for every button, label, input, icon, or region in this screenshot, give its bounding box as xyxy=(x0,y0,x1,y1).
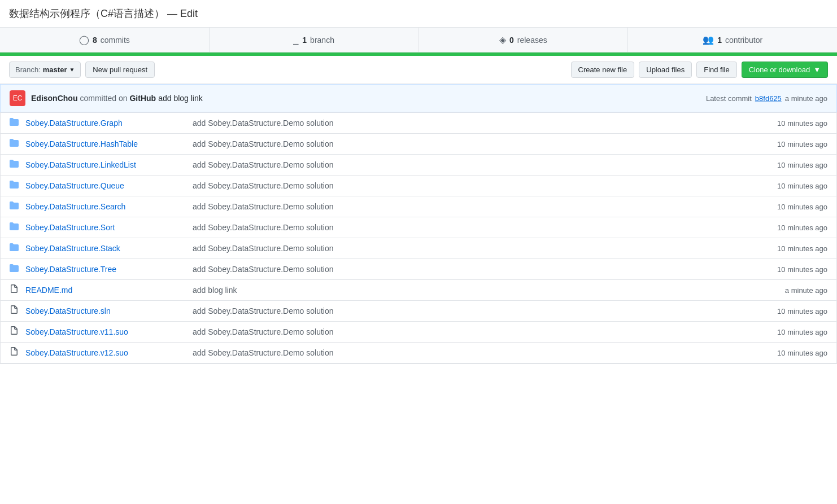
file-time: 10 minutes ago xyxy=(777,161,827,169)
file-name-link[interactable]: Sobey.DataStructure.Stack xyxy=(25,244,120,253)
table-row: Sobey.DataStructure.slnadd Sobey.DataStr… xyxy=(1,301,836,322)
table-row: Sobey.DataStructure.Treeadd Sobey.DataSt… xyxy=(1,259,836,280)
file-name-link[interactable]: Sobey.DataStructure.Graph xyxy=(25,119,123,128)
table-row: Sobey.DataStructure.v12.suoadd Sobey.Dat… xyxy=(1,343,836,363)
commit-info: EdisonChou committed on GitHub add blog … xyxy=(31,94,700,103)
folder-icon xyxy=(10,138,21,150)
releases-stat[interactable]: ◈ 0 releases xyxy=(419,28,629,52)
file-commit-message: add Sobey.DataStructure.Demo solution xyxy=(184,223,777,232)
file-name-link[interactable]: Sobey.DataStructure.sln xyxy=(25,306,111,315)
commit-meta: Latest commit b8fd625 a minute ago xyxy=(706,94,827,103)
file-time: 10 minutes ago xyxy=(777,328,827,336)
file-time: 10 minutes ago xyxy=(777,182,827,190)
file-name: Sobey.DataStructure.HashTable xyxy=(25,139,184,148)
releases-icon: ◈ xyxy=(499,34,506,45)
file-name-link[interactable]: README.md xyxy=(25,286,72,295)
commits-label: commits xyxy=(101,36,130,45)
avatar: EC xyxy=(10,90,25,106)
file-commit-message: add blog link xyxy=(184,286,785,295)
releases-count: 0 xyxy=(509,36,514,45)
contributors-stat[interactable]: 👥 1 contributor xyxy=(628,28,837,52)
clone-button-label: Clone or download xyxy=(749,65,810,74)
folder-icon xyxy=(10,264,21,275)
folder-icon xyxy=(10,117,21,129)
clone-or-download-button[interactable]: Clone or download ▼ xyxy=(742,62,828,78)
file-name: Sobey.DataStructure.Tree xyxy=(25,265,184,274)
folder-icon xyxy=(10,222,21,233)
commit-platform: GitHub xyxy=(129,94,156,103)
table-row: Sobey.DataStructure.Queueadd Sobey.DataS… xyxy=(1,176,836,196)
table-row: Sobey.DataStructure.Stackadd Sobey.DataS… xyxy=(1,238,836,259)
table-row: Sobey.DataStructure.v11.suoadd Sobey.Dat… xyxy=(1,322,836,343)
commit-header: EC EdisonChou committed on GitHub add bl… xyxy=(0,84,837,112)
file-name-link[interactable]: Sobey.DataStructure.Search xyxy=(25,202,125,211)
file-commit-message: add Sobey.DataStructure.Demo solution xyxy=(184,306,777,315)
create-new-file-button[interactable]: Create new file xyxy=(571,62,635,78)
file-name: Sobey.DataStructure.Stack xyxy=(25,244,184,253)
upload-files-button[interactable]: Upload files xyxy=(639,62,692,78)
table-row: Sobey.DataStructure.HashTableadd Sobey.D… xyxy=(1,134,836,155)
table-row: Sobey.DataStructure.LinkedListadd Sobey.… xyxy=(1,155,836,176)
file-name-link[interactable]: Sobey.DataStructure.Queue xyxy=(25,181,124,190)
file-name: Sobey.DataStructure.Search xyxy=(25,202,184,211)
find-file-button[interactable]: Find file xyxy=(696,62,737,78)
file-commit-message: add Sobey.DataStructure.Demo solution xyxy=(184,202,777,211)
file-time: a minute ago xyxy=(785,286,827,295)
commit-hash[interactable]: b8fd625 xyxy=(755,94,782,103)
releases-label: releases xyxy=(517,36,547,45)
branch-selector[interactable]: Branch: master ▼ xyxy=(9,62,81,78)
file-time: 10 minutes ago xyxy=(777,203,827,211)
file-name-link[interactable]: Sobey.DataStructure.Tree xyxy=(25,265,116,274)
table-row: Sobey.DataStructure.Sortadd Sobey.DataSt… xyxy=(1,217,836,238)
file-time: 10 minutes ago xyxy=(777,244,827,253)
table-row: Sobey.DataStructure.Searchadd Sobey.Data… xyxy=(1,196,836,217)
branches-icon: ⎯ xyxy=(293,35,299,45)
commits-icon: ◯ xyxy=(79,34,89,45)
file-commit-message: add Sobey.DataStructure.Demo solution xyxy=(184,181,777,190)
contributors-label: contributor xyxy=(725,36,762,45)
commits-stat[interactable]: ◯ 8 commits xyxy=(0,28,210,52)
folder-icon xyxy=(10,243,21,254)
branch-label: Branch: xyxy=(15,65,41,74)
file-commit-message: add Sobey.DataStructure.Demo solution xyxy=(184,160,777,169)
toolbar-right: Create new file Upload files Find file C… xyxy=(571,62,828,78)
file-name-link[interactable]: Sobey.DataStructure.v12.suo xyxy=(25,348,128,357)
file-name-link[interactable]: Sobey.DataStructure.Sort xyxy=(25,223,115,232)
folder-icon xyxy=(10,201,21,212)
file-commit-message: add Sobey.DataStructure.Demo solution xyxy=(184,119,777,128)
new-pull-request-button[interactable]: New pull request xyxy=(85,62,155,78)
file-commit-message: add Sobey.DataStructure.Demo solution xyxy=(184,139,777,148)
file-name-link[interactable]: Sobey.DataStructure.HashTable xyxy=(25,139,138,148)
file-table: Sobey.DataStructure.Graphadd Sobey.DataS… xyxy=(0,112,837,364)
file-time: 10 minutes ago xyxy=(777,349,827,357)
file-time: 10 minutes ago xyxy=(777,140,827,148)
file-icon xyxy=(10,326,21,338)
latest-commit-label: Latest commit xyxy=(706,94,752,103)
file-time: 10 minutes ago xyxy=(777,307,827,315)
file-name-link[interactable]: Sobey.DataStructure.LinkedList xyxy=(25,160,136,169)
file-time: 10 minutes ago xyxy=(777,223,827,232)
contributors-count: 1 xyxy=(717,36,722,45)
commit-author[interactable]: EdisonChou xyxy=(31,94,77,103)
file-name: README.md xyxy=(25,286,184,295)
table-row: README.mdadd blog linka minute ago xyxy=(1,280,836,301)
commit-time: a minute ago xyxy=(785,94,827,103)
file-name: Sobey.DataStructure.v12.suo xyxy=(25,348,184,357)
commits-count: 8 xyxy=(93,36,97,45)
folder-icon xyxy=(10,180,21,191)
stats-bar: ◯ 8 commits ⎯ 1 branch ◈ 0 releases 👥 1 … xyxy=(0,28,837,52)
file-commit-message: add Sobey.DataStructure.Demo solution xyxy=(184,265,777,274)
commit-message[interactable]: add blog link xyxy=(158,94,203,103)
table-row: Sobey.DataStructure.Graphadd Sobey.DataS… xyxy=(1,113,836,134)
page-title: 数据结构示例程序（C#语言描述） — Edit xyxy=(0,0,837,28)
file-name-link[interactable]: Sobey.DataStructure.v11.suo xyxy=(25,327,128,336)
chevron-down-icon: ▼ xyxy=(69,67,75,73)
contributors-icon: 👥 xyxy=(703,34,714,45)
branches-count: 1 xyxy=(302,36,307,45)
file-name: Sobey.DataStructure.v11.suo xyxy=(25,327,184,336)
file-commit-message: add Sobey.DataStructure.Demo solution xyxy=(184,348,777,357)
branches-stat[interactable]: ⎯ 1 branch xyxy=(210,28,419,52)
file-name: Sobey.DataStructure.Queue xyxy=(25,181,184,190)
file-name: Sobey.DataStructure.LinkedList xyxy=(25,160,184,169)
branch-name: master xyxy=(43,65,67,74)
